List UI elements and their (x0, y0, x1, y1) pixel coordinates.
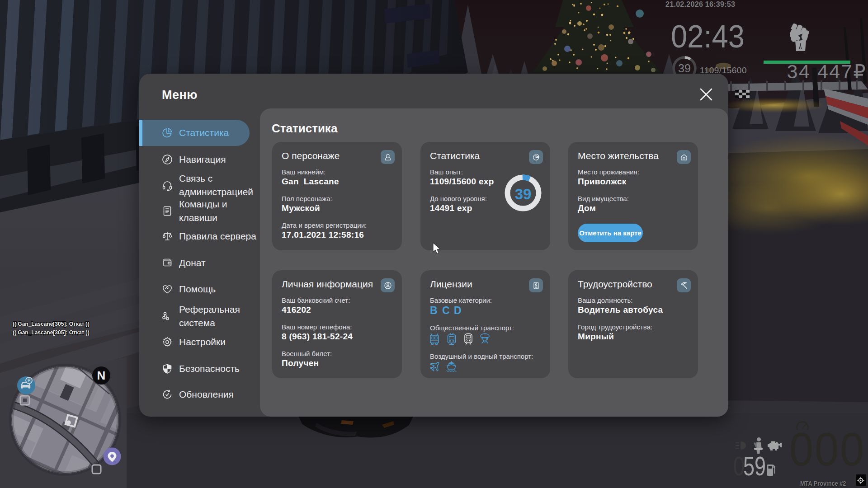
svg-text:P: P (28, 378, 31, 383)
svg-text:N: N (97, 369, 106, 382)
